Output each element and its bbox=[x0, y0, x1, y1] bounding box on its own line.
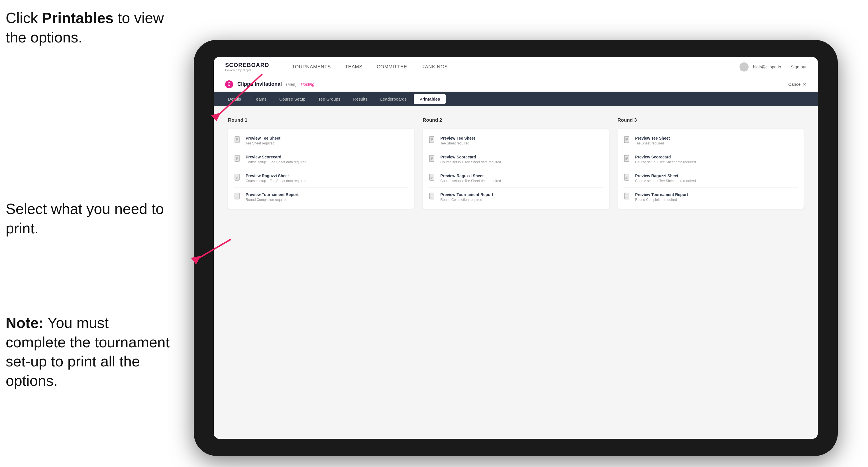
print-sub-r1-3: Course setup + Tee Sheet data required bbox=[246, 179, 408, 183]
print-text-r2-4: Preview Tournament ReportRound Completio… bbox=[440, 192, 603, 202]
print-text-r1-3: Preview Raguzzi SheetCourse setup + Tee … bbox=[246, 174, 408, 183]
round-1-title: Round 1 bbox=[228, 117, 414, 123]
print-label-r3-1: Preview Tee Sheet bbox=[635, 136, 798, 141]
document-icon-r3-2 bbox=[623, 155, 631, 164]
document-icon-r3-4 bbox=[623, 192, 631, 201]
print-text-r3-3: Preview Raguzzi SheetCourse setup + Tee … bbox=[635, 174, 798, 183]
print-item-r1-2[interactable]: Preview ScorecardCourse setup + Tee Shee… bbox=[234, 150, 408, 169]
round-column-1: Round 1 Preview Tee SheetTee Sheet requi… bbox=[228, 117, 414, 209]
nav-item-tournaments[interactable]: TOURNAMENTS bbox=[292, 63, 331, 71]
tab-printables[interactable]: Printables bbox=[414, 94, 446, 104]
user-avatar bbox=[740, 62, 749, 71]
print-sub-r1-1: Tee Sheet required bbox=[246, 141, 408, 145]
print-text-r2-3: Preview Raguzzi SheetCourse setup + Tee … bbox=[440, 174, 603, 183]
print-label-r2-4: Preview Tournament Report bbox=[440, 192, 603, 197]
print-label-r3-4: Preview Tournament Report bbox=[635, 192, 798, 197]
scoreboard-logo: SCOREBOARD Powered by clippd bbox=[225, 62, 269, 72]
document-icon-r2-4 bbox=[428, 192, 436, 201]
instruction-bold: Printables bbox=[42, 10, 114, 26]
print-sub-r3-3: Course setup + Tee Sheet data required bbox=[635, 179, 798, 183]
tablet-frame: SCOREBOARD Powered by clippd TOURNAMENTS… bbox=[194, 40, 838, 456]
nav-item-committee[interactable]: COMMITTEE bbox=[377, 63, 407, 71]
print-sub-r1-2: Course setup + Tee Sheet data required bbox=[246, 160, 408, 164]
tournament-name: Clippd Invitational bbox=[237, 81, 282, 87]
tournament-tag: (Men) bbox=[286, 82, 297, 87]
document-icon-r1-3 bbox=[234, 174, 242, 183]
cancel-button[interactable]: Cancel ✕ bbox=[788, 82, 806, 87]
print-label-r1-2: Preview Scorecard bbox=[246, 155, 408, 159]
round-column-2: Round 2 Preview Tee SheetTee Sheet requi… bbox=[423, 117, 609, 209]
print-text-r2-1: Preview Tee SheetTee Sheet required bbox=[440, 136, 603, 145]
round-2-title: Round 2 bbox=[423, 117, 609, 123]
instruction-mid: Select what you need to print. bbox=[6, 199, 171, 238]
print-label-r3-2: Preview Scorecard bbox=[635, 155, 798, 159]
rounds-container: Round 1 Preview Tee SheetTee Sheet requi… bbox=[228, 117, 804, 209]
tab-teams[interactable]: Teams bbox=[248, 94, 272, 104]
round-1-card: Preview Tee SheetTee Sheet required Prev… bbox=[228, 129, 414, 209]
print-sub-r2-1: Tee Sheet required bbox=[440, 141, 603, 145]
print-item-r3-1[interactable]: Preview Tee SheetTee Sheet required bbox=[623, 136, 798, 150]
document-icon-r2-1 bbox=[428, 136, 436, 145]
document-icon-r2-3 bbox=[428, 174, 436, 183]
print-item-r3-4[interactable]: Preview Tournament ReportRound Completio… bbox=[623, 188, 798, 202]
print-item-r1-3[interactable]: Preview Raguzzi SheetCourse setup + Tee … bbox=[234, 169, 408, 188]
print-item-r3-2[interactable]: Preview ScorecardCourse setup + Tee Shee… bbox=[623, 150, 798, 169]
print-sub-r2-2: Course setup + Tee Sheet data required bbox=[440, 160, 603, 164]
print-item-r3-3[interactable]: Preview Raguzzi SheetCourse setup + Tee … bbox=[623, 169, 798, 188]
nav-item-rankings[interactable]: RANKINGS bbox=[422, 63, 448, 71]
instruction-top: Click Printables to view the options. bbox=[6, 8, 171, 47]
top-nav: SCOREBOARD Powered by clippd TOURNAMENTS… bbox=[214, 57, 818, 77]
print-label-r2-2: Preview Scorecard bbox=[440, 155, 603, 159]
print-sub-r3-1: Tee Sheet required bbox=[635, 141, 798, 145]
print-item-r1-4[interactable]: Preview Tournament ReportRound Completio… bbox=[234, 188, 408, 202]
print-label-r1-1: Preview Tee Sheet bbox=[246, 136, 408, 141]
note-label: Note: bbox=[6, 315, 43, 331]
separator: | bbox=[785, 64, 786, 69]
round-3-title: Round 3 bbox=[618, 117, 804, 123]
main-content: Round 1 Preview Tee SheetTee Sheet requi… bbox=[214, 106, 818, 439]
print-item-r2-1[interactable]: Preview Tee SheetTee Sheet required bbox=[428, 136, 603, 150]
print-sub-r2-4: Round Completion required bbox=[440, 198, 603, 202]
sub-nav: C Clippd Invitational (Men) Hosting Canc… bbox=[214, 77, 818, 92]
sign-out-link[interactable]: Sign out bbox=[791, 64, 806, 69]
tournament-logo: C bbox=[225, 80, 233, 88]
round-2-card: Preview Tee SheetTee Sheet required Prev… bbox=[423, 129, 609, 209]
print-text-r3-2: Preview ScorecardCourse setup + Tee Shee… bbox=[635, 155, 798, 164]
print-label-r3-3: Preview Raguzzi Sheet bbox=[635, 174, 798, 178]
tab-tee-groups[interactable]: Tee Groups bbox=[313, 94, 346, 104]
print-sub-r2-3: Course setup + Tee Sheet data required bbox=[440, 179, 603, 183]
logo-title: SCOREBOARD bbox=[225, 62, 269, 68]
print-item-r1-1[interactable]: Preview Tee SheetTee Sheet required bbox=[234, 136, 408, 150]
document-icon-r2-2 bbox=[428, 155, 436, 164]
document-icon-r1-1 bbox=[234, 136, 242, 145]
tab-course-setup[interactable]: Course Setup bbox=[274, 94, 311, 104]
print-item-r2-2[interactable]: Preview ScorecardCourse setup + Tee Shee… bbox=[428, 150, 603, 169]
print-label-r2-1: Preview Tee Sheet bbox=[440, 136, 603, 141]
tab-results[interactable]: Results bbox=[347, 94, 373, 104]
tab-details[interactable]: Details bbox=[222, 94, 247, 104]
document-icon-r3-3 bbox=[623, 174, 631, 183]
print-label-r1-4: Preview Tournament Report bbox=[246, 192, 408, 197]
print-text-r1-1: Preview Tee SheetTee Sheet required bbox=[246, 136, 408, 145]
round-column-3: Round 3 Preview Tee SheetTee Sheet requi… bbox=[618, 117, 804, 209]
print-text-r3-4: Preview Tournament ReportRound Completio… bbox=[635, 192, 798, 202]
tab-nav: Details Teams Course Setup Tee Groups Re… bbox=[214, 92, 818, 106]
tournament-status: Hosting bbox=[301, 82, 314, 87]
document-icon-r3-1 bbox=[623, 136, 631, 145]
print-item-r2-3[interactable]: Preview Raguzzi SheetCourse setup + Tee … bbox=[428, 169, 603, 188]
print-text-r2-2: Preview ScorecardCourse setup + Tee Shee… bbox=[440, 155, 603, 164]
print-text-r1-2: Preview ScorecardCourse setup + Tee Shee… bbox=[246, 155, 408, 164]
nav-item-teams[interactable]: TEAMS bbox=[345, 63, 363, 71]
tablet-screen: SCOREBOARD Powered by clippd TOURNAMENTS… bbox=[214, 57, 818, 439]
user-email: blair@clippd.io bbox=[753, 64, 781, 69]
instruction-bot: Note: You must complete the tournament s… bbox=[6, 313, 171, 391]
document-icon-r1-4 bbox=[234, 192, 242, 201]
print-item-r2-4[interactable]: Preview Tournament ReportRound Completio… bbox=[428, 188, 603, 202]
top-nav-items: TOURNAMENTS TEAMS COMMITTEE RANKINGS bbox=[292, 63, 722, 71]
top-nav-right: blair@clippd.io | Sign out bbox=[740, 62, 806, 71]
tournament-info: C Clippd Invitational (Men) Hosting bbox=[225, 80, 314, 88]
print-text-r3-1: Preview Tee SheetTee Sheet required bbox=[635, 136, 798, 145]
round-3-card: Preview Tee SheetTee Sheet required Prev… bbox=[618, 129, 804, 209]
print-text-r1-4: Preview Tournament ReportRound Completio… bbox=[246, 192, 408, 202]
tab-leaderboards[interactable]: Leaderboards bbox=[374, 94, 412, 104]
